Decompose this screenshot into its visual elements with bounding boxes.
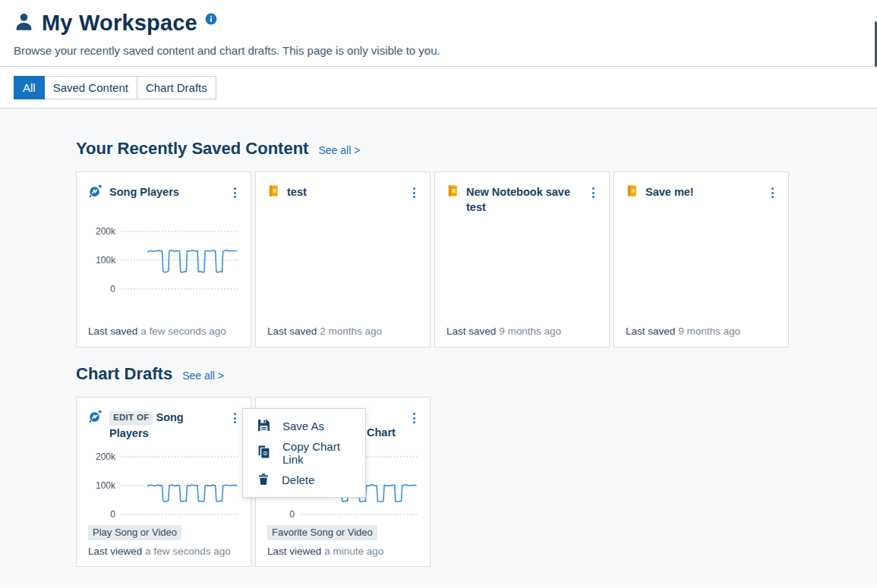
card-context-menu: Save As Copy Chart Link Delete [242, 408, 366, 498]
card-title: Save me! [645, 184, 762, 200]
card-title-fragment: Chart [367, 426, 396, 439]
saved-see-all-link[interactable]: See all > [318, 144, 360, 156]
card-title: Song Players [109, 184, 224, 200]
saved-card-test[interactable]: test Last saved2 months ago [255, 171, 431, 347]
query-tag: Favorite Song or Video [267, 525, 377, 540]
drafts-see-all-link[interactable]: See all > [182, 369, 224, 382]
tab-saved-content[interactable]: Saved Content [44, 76, 137, 99]
saved-card-new-notebook-save-test[interactable]: New Notebook save test Last saved9 month… [434, 171, 610, 347]
svg-text:0: 0 [110, 284, 115, 294]
svg-text:0: 0 [289, 509, 295, 520]
card-footer: Last saved2 months ago [267, 325, 418, 337]
kebab-menu-icon[interactable] [410, 185, 418, 200]
sparkline-chart: 200k100k0 [88, 224, 239, 300]
menu-item-save-as[interactable]: Save As [243, 413, 365, 439]
card-footer: Last saveda few seconds ago [88, 325, 239, 337]
card-footer: Last vieweda few seconds ago [88, 546, 239, 557]
kebab-menu-icon[interactable] [410, 410, 418, 426]
saved-card-save-me[interactable]: Save me! Last saved9 months ago [614, 171, 789, 347]
saved-cards-row: Song Players 200k100k0 Last saveda few s… [76, 171, 801, 347]
copy-chart-link-icon [257, 445, 270, 461]
svg-text:200k: 200k [96, 451, 116, 462]
notebook-icon [626, 184, 639, 201]
card-footer: Last vieweda minute ago [267, 546, 418, 557]
notebook-icon [267, 184, 280, 201]
page-subtitle: Browse your recently saved content and c… [14, 44, 863, 57]
saved-section-heading: Your Recently Saved Content [76, 139, 308, 159]
filter-tabbar: All Saved Content Chart Drafts [0, 67, 877, 108]
main-content: Your Recently Saved Content See all > So… [0, 108, 877, 587]
kebab-menu-icon[interactable] [231, 410, 239, 426]
tab-chart-drafts[interactable]: Chart Drafts [137, 76, 216, 99]
tab-all[interactable]: All [14, 76, 45, 99]
card-footer: Last saved9 months ago [626, 325, 777, 337]
svg-text:200k: 200k [96, 226, 116, 237]
draft-card-edit-of-song-players[interactable]: EDIT OFSong Players 200k100k0 Play Song … [76, 397, 251, 567]
card-title: EDIT OFSong Players [109, 409, 224, 441]
explore-chart-icon [88, 184, 103, 201]
query-tag: Play Song or Video [88, 525, 181, 540]
page-title: My Workspace [42, 11, 197, 36]
save-as-icon [257, 419, 270, 434]
drafts-section-heading: Chart Drafts [76, 364, 172, 384]
kebab-menu-icon[interactable] [589, 185, 598, 200]
info-icon[interactable] [205, 13, 217, 28]
explore-chart-icon [88, 409, 103, 426]
delete-icon [257, 473, 270, 488]
drafts-cards-row: EDIT OFSong Players 200k100k0 Play Song … [76, 397, 801, 567]
kebab-menu-icon[interactable] [231, 185, 239, 200]
svg-text:100k: 100k [96, 255, 116, 266]
sparkline-chart: 200k100k0 [88, 449, 239, 525]
notebook-icon [446, 184, 459, 201]
card-title: test [287, 184, 403, 200]
edit-of-badge: EDIT OF [109, 411, 153, 426]
menu-item-delete[interactable]: Delete [243, 467, 365, 493]
svg-text:0: 0 [110, 509, 115, 520]
saved-card-song-players[interactable]: Song Players 200k100k0 Last saveda few s… [76, 171, 251, 347]
user-icon [14, 11, 34, 35]
kebab-menu-icon[interactable] [768, 185, 777, 200]
page-header: My Workspace Browse your recently saved … [0, 0, 877, 67]
menu-item-copy-chart-link[interactable]: Copy Chart Link [243, 440, 365, 466]
svg-text:100k: 100k [96, 480, 116, 491]
card-title: New Notebook save test [466, 184, 582, 215]
card-footer: Last saved9 months ago [446, 325, 598, 337]
